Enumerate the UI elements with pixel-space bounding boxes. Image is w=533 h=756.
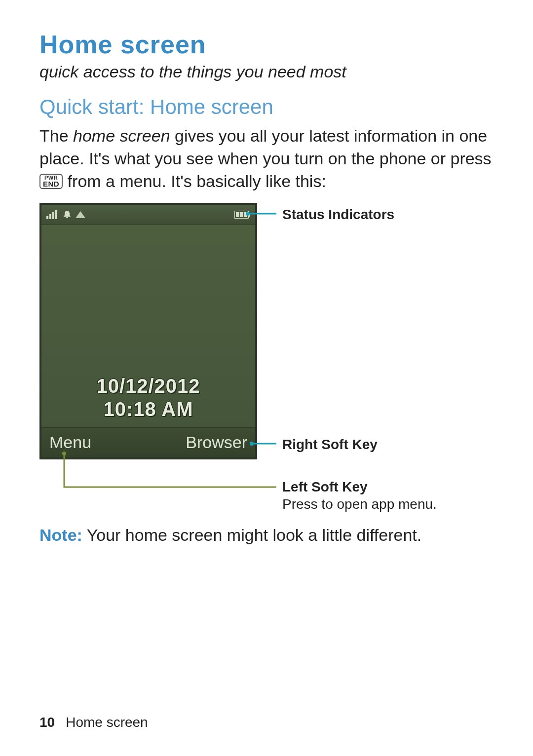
status-left-group [46,210,86,220]
intro-italic: home screen [73,126,170,145]
home-time: 10:18 AM [41,398,255,420]
battery-icon [234,211,250,219]
note-line: Note: Your home screen might look a litt… [39,526,498,545]
page-number: 10 [39,715,55,730]
callout-right-soft-text: Right Soft Key [282,437,378,452]
svg-rect-5 [248,213,250,217]
section-heading: Quick start: Home screen [39,95,498,119]
page-footer: 10Home screen [39,715,148,730]
bell-icon [62,210,72,220]
datetime-block: 10/12/2012 10:18 AM [41,375,255,420]
callout-status-text: Status Indicators [282,207,394,222]
svg-rect-0 [46,216,48,219]
intro-paragraph: The home screen gives you all your lates… [39,125,498,193]
callout-left-soft-desc: Press to open app menu. [282,496,437,512]
note-text: Your home screen might look a little dif… [82,526,421,544]
page-title: Home screen [39,30,498,59]
svg-rect-2 [52,212,54,219]
page-subtitle: quick access to the things you need most [39,62,498,81]
callout-left-soft-key: Left Soft Key Press to open app menu. [282,478,437,513]
svg-rect-1 [49,214,51,219]
pwr-end-key-icon: PWREND [39,174,63,189]
svg-rect-8 [244,212,247,217]
footer-section-name: Home screen [66,715,148,730]
callout-right-soft-key: Right Soft Key [282,436,378,453]
key-label-end: END [43,180,59,188]
callout-status-indicators: Status Indicators [282,206,394,223]
note-label: Note: [39,526,82,544]
right-soft-key[interactable]: Browser [186,433,247,452]
left-soft-key[interactable]: Menu [49,433,91,452]
svg-rect-7 [240,212,243,217]
intro-text: The [39,126,73,145]
home-date: 10/12/2012 [41,375,255,397]
svg-rect-6 [236,212,239,217]
network-icon [75,211,86,219]
callout-left-soft-title: Left Soft Key [282,479,368,494]
home-screen-figure: 10/12/2012 10:18 AM Menu Browser Status … [39,203,498,509]
intro-text-3: from a menu. It's basically like this: [63,172,326,190]
softkey-row: Menu Browser [41,427,255,457]
signal-icon [46,210,59,219]
status-right-group [234,211,250,219]
svg-rect-3 [55,210,57,219]
phone-screenshot: 10/12/2012 10:18 AM Menu Browser [39,203,257,459]
phone-body: 10/12/2012 10:18 AM [41,225,255,427]
status-bar [41,205,255,225]
